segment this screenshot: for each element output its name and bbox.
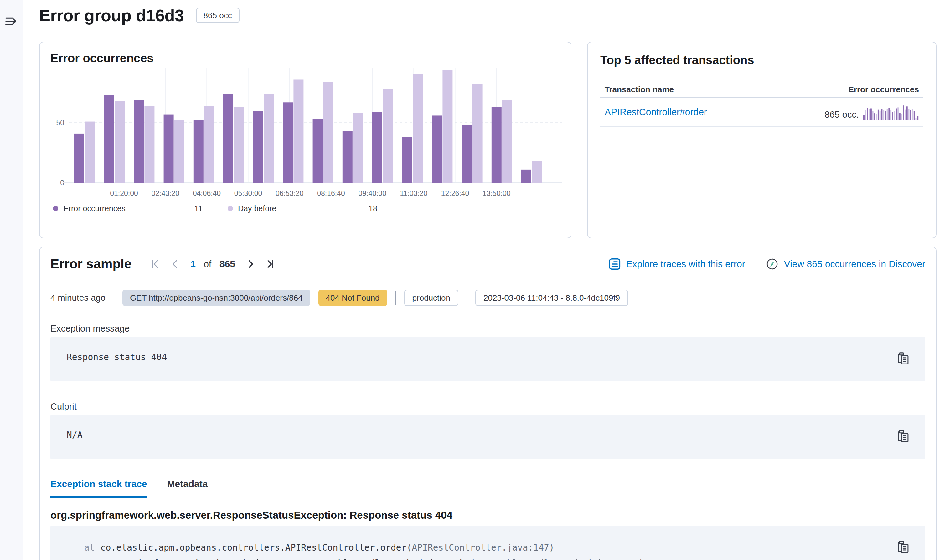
top-affected-transactions-panel: Top 5 affected transactions Transaction … <box>587 42 936 238</box>
column-header-error-occurrences: Error occurrences <box>848 85 919 94</box>
top5-panel-title: Top 5 affected transactions <box>600 54 924 67</box>
culprit-value: N/A <box>67 430 83 440</box>
frame-at-keyword: at <box>84 558 95 560</box>
sample-pagination: 1 of 865 <box>150 258 276 270</box>
inspect-icon <box>608 257 621 271</box>
svg-text:01:20:00: 01:20:00 <box>110 189 138 197</box>
culprit-label: Culprit <box>51 402 925 412</box>
exception-message-value: Response status 404 <box>67 352 167 362</box>
chart-legend: Error occurrences 11 Day before 18 <box>53 204 571 213</box>
svg-text:05:30:00: 05:30:00 <box>234 189 262 197</box>
expand-menu-button[interactable] <box>5 14 19 29</box>
legend-value: 11 <box>194 204 203 213</box>
exception-message-block: Response status 404 <box>51 337 925 382</box>
svg-text:02:43:20: 02:43:20 <box>151 189 179 197</box>
first-page-button[interactable] <box>150 258 161 270</box>
legend-label: Error occurrences <box>63 204 126 213</box>
occurrences-count-badge: 865 occ <box>196 8 239 23</box>
svg-text:08:16:40: 08:16:40 <box>317 189 345 197</box>
legend-dot-day-before <box>228 206 233 211</box>
sample-header-links: Explore traces with this error View 865 … <box>608 257 925 271</box>
frame-function: org.springframework.web.method.support.I… <box>100 558 470 560</box>
explore-traces-link[interactable]: Explore traces with this error <box>608 257 745 271</box>
error-sample-title: Error sample <box>51 257 131 272</box>
legend-dot-error-occurrences <box>53 206 58 211</box>
error-sample-panel: Error sample 1 of 865 <box>39 246 936 560</box>
tab-metadata[interactable]: Metadata <box>167 478 208 497</box>
page-header: Error group d16d3 865 occ <box>39 6 239 25</box>
copy-icon[interactable] <box>896 351 911 367</box>
error-sample-header: Error sample 1 of 865 <box>51 257 925 272</box>
view-in-discover-link[interactable]: View 865 occurrences in Discover <box>765 257 925 271</box>
sample-meta-row: 4 minutes ago GET http://opbeans-go-nsn:… <box>51 290 925 306</box>
frame-location: (APIRestController.java:147) <box>406 543 554 553</box>
previous-page-button[interactable] <box>169 258 180 270</box>
stack-trace-block: atco.elastic.apm.opbeans.controllers.API… <box>51 526 925 560</box>
chart-panel-title: Error occurrences <box>40 52 571 65</box>
error-occurrences-bar-chart: 01:20:0002:43:2004:06:4005:30:0006:53:20… <box>40 66 572 198</box>
apm-error-group-page: Error group d16d3 865 occ Error occurren… <box>0 0 950 560</box>
exception-heading: org.springframework.web.server.ResponseS… <box>51 509 925 521</box>
menu-right-icon <box>5 14 19 28</box>
svg-text:09:40:00: 09:40:00 <box>358 189 386 197</box>
frame-location: (InvocableHandlerMethod.java:209) <box>470 558 644 560</box>
occurrences-sparkline <box>863 103 919 121</box>
legend-value: 18 <box>369 204 377 213</box>
legend-label: Day before <box>238 204 276 213</box>
http-request-badge: GET http://opbeans-go-nsn:3000/api/order… <box>122 290 310 306</box>
frame-function: co.elastic.apm.opbeans.controllers.APIRe… <box>100 543 407 553</box>
chevron-right-icon <box>245 259 256 269</box>
occurrences-value: 865 occ. <box>824 109 859 121</box>
transaction-link[interactable]: APIRestController#order <box>605 107 707 117</box>
chevron-left-icon <box>170 259 180 269</box>
next-page-button[interactable] <box>245 258 256 270</box>
pagination-total: 865 <box>219 259 235 269</box>
exception-message-label: Exception message <box>51 323 925 334</box>
copy-icon[interactable] <box>896 429 911 445</box>
svg-text:13:50:00: 13:50:00 <box>483 189 511 197</box>
separator <box>395 291 396 305</box>
transactions-table-header: Transaction name Error occurrences <box>600 82 924 97</box>
frame-at-keyword: at <box>84 543 95 553</box>
svg-text:12:26:40: 12:26:40 <box>441 189 469 197</box>
row-occurrences-cell: 865 occ. <box>824 103 919 121</box>
stack-frame: atorg.springframework.web.method.support… <box>67 555 909 560</box>
svg-text:06:53:20: 06:53:20 <box>276 189 304 197</box>
error-occurrences-panel: Error occurrences 01:20:0002:43:2004:06:… <box>39 42 571 238</box>
column-header-transaction-name: Transaction name <box>605 85 674 94</box>
svg-text:50: 50 <box>56 118 64 127</box>
last-page-icon <box>265 259 276 269</box>
last-page-button[interactable] <box>265 258 276 270</box>
transactions-table: Transaction name Error occurrences APIRe… <box>600 82 924 127</box>
legend-item-day-before[interactable]: Day before 18 <box>228 204 377 213</box>
separator <box>114 291 114 305</box>
view-in-discover-label: View 865 occurrences in Discover <box>784 259 925 269</box>
table-row: APIRestController#order 865 occ. <box>600 98 924 127</box>
discover-compass-icon <box>765 257 779 271</box>
pagination-of-label: of <box>204 259 211 269</box>
timestamp-version-badge: 2023-03-06 11:04:43 - 8.8.0-4dc109f9 <box>475 290 628 306</box>
sample-age: 4 minutes ago <box>51 293 105 303</box>
copy-icon[interactable] <box>896 540 911 555</box>
svg-text:11:03:20: 11:03:20 <box>400 189 427 197</box>
stack-frame: atco.elastic.apm.opbeans.controllers.API… <box>67 540 909 555</box>
culprit-block: N/A <box>51 415 925 459</box>
legend-item-error-occurrences[interactable]: Error occurrences 11 <box>53 204 203 213</box>
page-title: Error group d16d3 <box>39 6 184 25</box>
http-status-badge: 404 Not Found <box>318 290 387 306</box>
tab-exception-stack-trace[interactable]: Exception stack trace <box>51 478 147 498</box>
first-page-icon <box>150 259 160 269</box>
sample-tabs: Exception stack trace Metadata <box>51 478 925 497</box>
explore-traces-label: Explore traces with this error <box>626 259 745 269</box>
environment-badge: production <box>404 290 458 306</box>
collapsed-nav-rail <box>0 0 23 560</box>
current-page-number: 1 <box>190 259 196 269</box>
svg-text:04:06:40: 04:06:40 <box>193 189 221 197</box>
separator <box>467 291 467 305</box>
